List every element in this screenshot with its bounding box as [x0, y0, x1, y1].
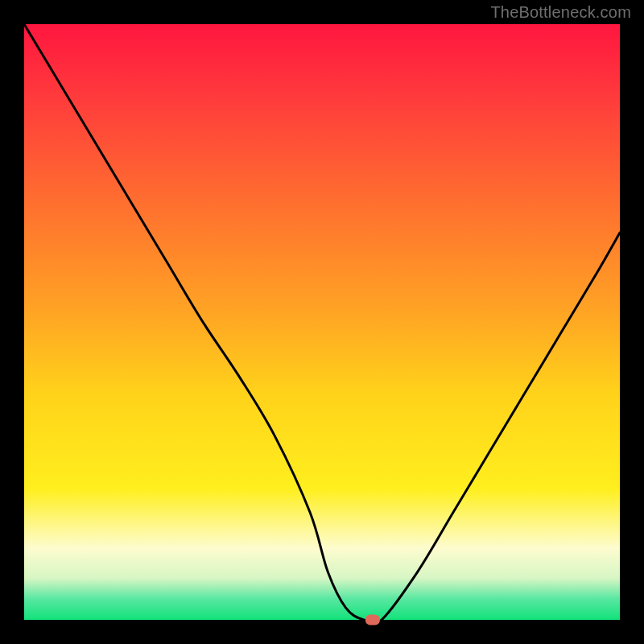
bottleneck-chart — [0, 0, 644, 644]
optimal-marker — [365, 615, 380, 625]
watermark-text: TheBottleneck.com — [490, 3, 631, 22]
gradient-background — [24, 24, 620, 620]
chart-frame: TheBottleneck.com — [0, 0, 644, 644]
